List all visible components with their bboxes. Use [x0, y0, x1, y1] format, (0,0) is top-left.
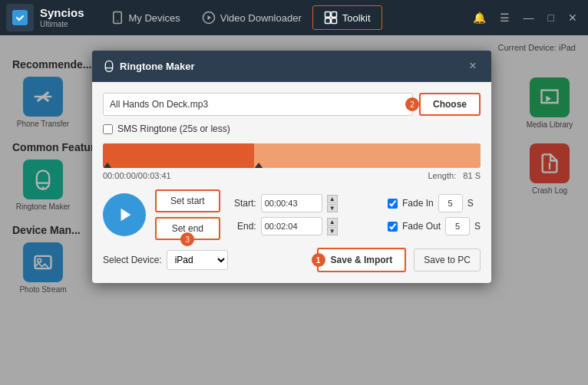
start-time-input[interactable]: 00:00:43: [261, 194, 322, 212]
start-spinners: ▲ ▼: [327, 195, 338, 212]
length-display: Length: 81 S: [428, 171, 481, 180]
end-up-spin[interactable]: ▲: [327, 218, 338, 226]
start-marker: [103, 163, 112, 168]
fade-in-value: 5: [438, 194, 463, 212]
sms-checkbox-row: SMS Ringtone (25s or less): [103, 123, 481, 134]
main-nav: My Devices Video Downloader Toolkit: [100, 5, 468, 30]
svg-point-2: [117, 21, 118, 22]
ringtone-maker-modal: Ringtone Maker × All Hands On Deck.mp3 2…: [92, 51, 491, 283]
minimize-button[interactable]: —: [519, 10, 539, 25]
end-down-spin[interactable]: ▼: [327, 227, 338, 235]
sms-checkbox[interactable]: [103, 124, 113, 134]
modal-body: All Hands On Deck.mp3 2 Choose SMS Ringt…: [92, 82, 491, 283]
device-select[interactable]: iPad: [167, 250, 228, 270]
choose-button[interactable]: Choose: [419, 93, 481, 116]
file-path-input: All Hands On Deck.mp3 2: [103, 93, 413, 116]
start-input-row: Start: 00:00:43 ▲ ▼: [230, 194, 378, 212]
time-inputs: Start: 00:00:43 ▲ ▼ End:: [230, 194, 378, 235]
app-name-block: Syncios Ultimate: [40, 7, 84, 28]
file-input-row: All Hands On Deck.mp3 2 Choose: [103, 93, 481, 116]
app-logo: [6, 4, 34, 31]
set-buttons: Set start Set end 3: [155, 189, 220, 240]
save-import-button[interactable]: 1 Save & Import: [317, 248, 407, 272]
end-input-row: End: 00:02:04 ▲ ▼: [230, 217, 378, 235]
badge-1: 1: [312, 253, 325, 267]
modal-close-button[interactable]: ×: [465, 58, 481, 74]
svg-marker-4: [207, 15, 211, 20]
end-spinners: ▲ ▼: [327, 218, 338, 235]
fade-out-value: 5: [445, 217, 470, 235]
nav-video-downloader[interactable]: Video Downloader: [191, 6, 312, 29]
menu-icon[interactable]: ☰: [495, 10, 514, 25]
nav-my-devices[interactable]: My Devices: [100, 6, 191, 29]
maximize-button[interactable]: □: [543, 10, 559, 25]
svg-rect-8: [331, 18, 336, 24]
window-controls: 🔔 ☰ — □ ✕: [468, 10, 582, 25]
svg-marker-12: [121, 209, 131, 222]
fade-in-row: Fade In 5 S: [388, 194, 481, 212]
start-down-spin[interactable]: ▼: [327, 204, 338, 212]
modal-title: Ringtone Maker: [103, 60, 195, 72]
time-display-row: 00:00:00/00:03:41 Length: 81 S: [103, 171, 481, 180]
nav-toolkit[interactable]: Toolkit: [312, 5, 382, 30]
svg-rect-0: [12, 10, 28, 25]
close-button[interactable]: ✕: [563, 10, 582, 25]
svg-rect-7: [325, 18, 330, 24]
fade-in-checkbox[interactable]: [388, 199, 398, 209]
app-subtitle: Ultimate: [40, 20, 84, 28]
end-time-input[interactable]: 00:02:04: [261, 217, 322, 235]
fade-out-row: Fade Out 5 S: [388, 217, 481, 235]
current-time: 00:00:00/00:03:41: [103, 171, 171, 180]
device-select-row: Select Device: iPad: [103, 250, 228, 270]
main-content: Current Device: iPad Recommende... Phone…: [0, 35, 588, 385]
modal-header: Ringtone Maker ×: [92, 51, 491, 82]
app-name: Syncios: [40, 7, 84, 20]
start-up-spin[interactable]: ▲: [327, 195, 338, 203]
waveform-fill: [103, 143, 481, 168]
end-marker: [254, 163, 263, 168]
badge-2: 2: [405, 97, 419, 111]
modal-overlay: Ringtone Maker × All Hands On Deck.mp3 2…: [0, 35, 588, 385]
controls-row: Set start Set end 3 Start: 00:00:43 ▲: [103, 189, 481, 240]
titlebar: Syncios Ultimate My Devices Video Downlo…: [0, 0, 588, 35]
notification-icon[interactable]: 🔔: [468, 10, 491, 25]
svg-rect-6: [331, 12, 336, 18]
play-button[interactable]: [103, 193, 146, 236]
bottom-row: Select Device: iPad 1 Save & Import Save…: [103, 248, 481, 272]
svg-rect-5: [325, 12, 330, 18]
waveform[interactable]: [103, 143, 481, 168]
save-to-pc-button[interactable]: Save to PC: [414, 248, 481, 271]
fade-out-checkbox[interactable]: [388, 222, 398, 232]
set-start-button[interactable]: Set start: [155, 189, 220, 212]
badge-3: 3: [180, 232, 194, 246]
fade-options: Fade In 5 S Fade Out 5 S: [388, 194, 481, 235]
